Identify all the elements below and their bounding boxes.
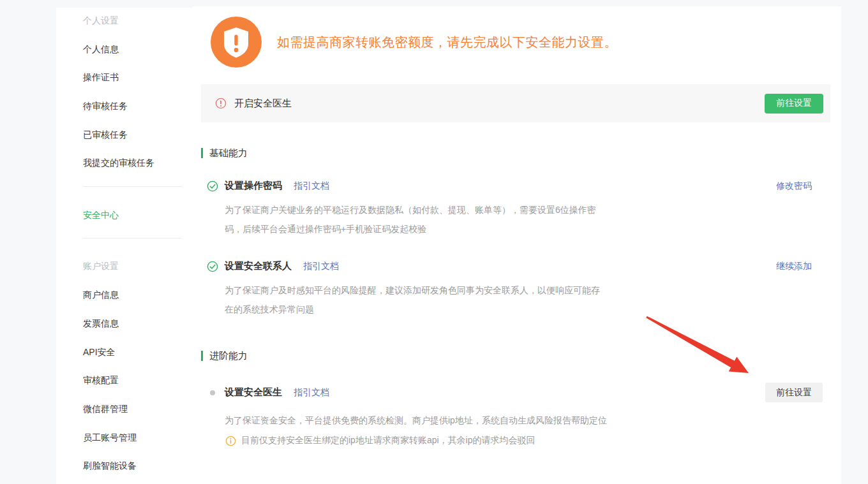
shield-exclamation-icon <box>211 17 262 68</box>
sidebar-divider <box>83 238 182 238</box>
sidebar-item-personal-info[interactable]: 个人信息 <box>83 42 193 56</box>
go-to-settings-button[interactable]: 前往设置 <box>765 94 823 114</box>
sidebar-item-security-center[interactable]: 安全中心 <box>83 208 193 222</box>
capability-row-security-doctor: 设置安全医生 指引文档 前往设置 <box>207 383 823 402</box>
section-title-basic-capabilities: 基础能力 <box>201 148 841 158</box>
sidebar-item-pending-review-tasks[interactable]: 待审核任务 <box>83 99 193 113</box>
capability-note: 目前仅支持安全医生绑定的ip地址请求商家转账api，其余ip的请求均会驳回 <box>225 435 841 446</box>
sidebar-item-merchant-info[interactable]: 商户信息 <box>83 288 193 302</box>
sidebar-item-face-smart-device[interactable]: 刷脸智能设备 <box>83 458 193 473</box>
sidebar-item-review-config[interactable]: 审核配置 <box>83 373 193 387</box>
continue-add-link[interactable]: 继续添加 <box>776 261 812 272</box>
guide-doc-link[interactable]: 指引文档 <box>294 387 329 399</box>
security-doctor-alert-bar: 开启安全医生 前往设置 <box>201 84 830 122</box>
banner-message: 如需提高商家转账免密额度，请先完成以下安全能力设置。 <box>277 34 617 51</box>
capability-title: 设置安全医生 <box>225 386 282 399</box>
security-banner: 如需提高商家转账免密额度，请先完成以下安全能力设置。 <box>193 6 841 68</box>
sidebar-header-account-settings: 账户设置 <box>83 259 193 273</box>
pending-dot-icon <box>207 387 218 399</box>
sidebar-item-wechat-group-management[interactable]: 微信群管理 <box>83 402 193 416</box>
sidebar-item-api-security[interactable]: API安全 <box>83 345 193 359</box>
sidebar-item-staff-account-management[interactable]: 员工账号管理 <box>83 430 193 444</box>
guide-doc-link[interactable]: 指引文档 <box>303 261 339 272</box>
modify-password-link[interactable]: 修改密码 <box>776 180 812 192</box>
sidebar: 个人设置 个人信息 操作证书 待审核任务 已审核任务 我提交的审核任务 安全中心… <box>56 8 193 484</box>
guide-doc-link[interactable]: 指引文档 <box>294 180 329 192</box>
check-circle-icon <box>207 180 218 192</box>
info-circle-icon <box>225 435 236 446</box>
sidebar-divider <box>83 186 182 187</box>
sidebar-item-invoice-info[interactable]: 发票信息 <box>83 316 193 330</box>
sidebar-item-operation-certificate[interactable]: 操作证书 <box>83 70 193 84</box>
alert-title: 开启安全医生 <box>234 98 292 110</box>
note-text: 目前仅支持安全医生绑定的ip地址请求商家转账api，其余ip的请求均会驳回 <box>241 435 535 446</box>
go-to-settings-button-secondary[interactable]: 前往设置 <box>765 383 823 402</box>
warning-circle-icon <box>215 98 227 109</box>
check-circle-icon <box>207 261 218 272</box>
capability-row-operation-password: 设置操作密码 指引文档 修改密码 <box>207 180 812 192</box>
capability-description: 为了保证资金安全，平台提供免费的系统检测。商户提供ip地址，系统自动生成风险报告… <box>225 411 646 430</box>
section-title-advanced-capabilities: 进阶能力 <box>201 351 841 361</box>
capability-row-security-contact: 设置安全联系人 指引文档 继续添加 <box>207 260 812 272</box>
sidebar-item-my-submitted-tasks[interactable]: 我提交的审核任务 <box>83 156 193 170</box>
security-center-panel: 如需提高商家转账免密额度，请先完成以下安全能力设置。 开启安全医生 前往设置 基… <box>193 6 841 484</box>
capability-title: 设置操作密码 <box>225 180 282 192</box>
sidebar-header-personal-settings: 个人设置 <box>83 13 193 27</box>
sidebar-list: 个人设置 个人信息 操作证书 待审核任务 已审核任务 我提交的审核任务 安全中心… <box>56 8 193 484</box>
capability-title: 设置安全联系人 <box>225 260 292 272</box>
capability-description: 为了保证商户及时感知平台的风险提醒，建议添加研发角色同事为安全联系人，以便响应可… <box>225 281 608 319</box>
sidebar-item-reviewed-tasks[interactable]: 已审核任务 <box>83 128 193 142</box>
capability-description: 为了保证商户关键业务的平稳运行及数据隐私（如付款、提现、账单等），需要设置6位操… <box>225 200 608 238</box>
